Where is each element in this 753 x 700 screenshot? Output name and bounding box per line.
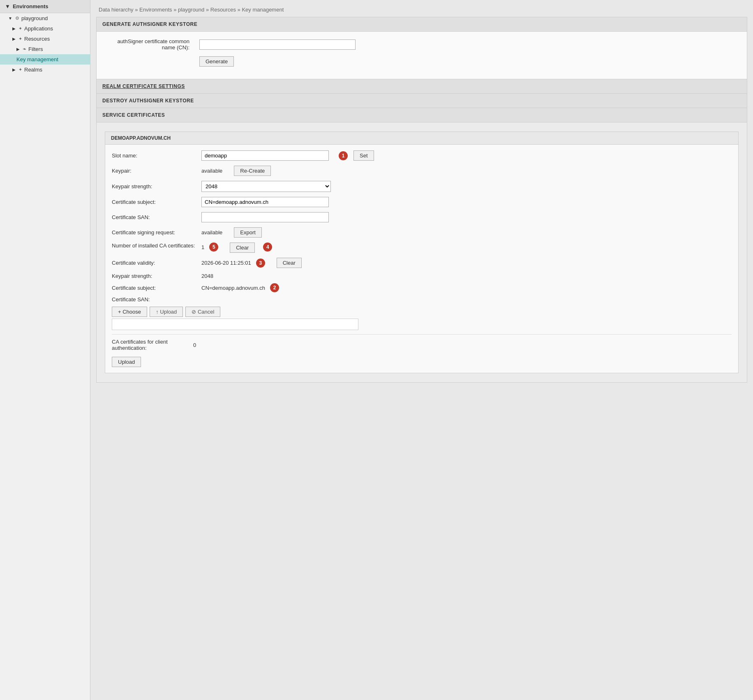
realms-expand-icon: ▶: [12, 67, 16, 72]
export-button[interactable]: Export: [234, 227, 262, 238]
clear-buttons-group: Clear: [230, 243, 255, 253]
generate-authsigner-title: GENERATE AUTHSIGNER KEYSTORE: [102, 21, 197, 27]
breadcrumb-part2[interactable]: Environments: [139, 7, 172, 13]
filters-icon: ❧: [23, 46, 26, 52]
cert-subject-input[interactable]: [201, 197, 329, 207]
cert-validity-row: Certificate validity: 2026-06-20 11:25:0…: [112, 258, 732, 268]
service-certs-body: DEMOAPP.ADNOVUM.CH Slot name: 1 Set: [97, 122, 747, 382]
cert-subject-label: Certificate subject:: [112, 199, 198, 205]
service-certs-section-header[interactable]: SERVICE CERTIFICATES: [97, 108, 747, 122]
breadcrumb-part3[interactable]: playground: [178, 7, 204, 13]
destroy-authsigner-section-header[interactable]: DESTROY AUTHSIGNER KEYSTORE: [97, 94, 747, 108]
keypair-strength-select[interactable]: 2048 4096: [201, 181, 331, 192]
cert-validity-value-wrapper: 2026-06-20 11:25:01 3: [201, 259, 265, 268]
keypair-strength2-value: 2048: [201, 273, 213, 279]
num-ca-value-wrapper: 1 5: [201, 243, 218, 252]
sidebar-item-filters[interactable]: ▶ ❧ Filters: [0, 44, 90, 54]
slot-name-input[interactable]: [201, 150, 329, 161]
realm-cert-section-header[interactable]: REALM CERTIFICATE SETTINGS: [97, 79, 747, 94]
resources-expand-icon: ▶: [12, 37, 16, 41]
cn-label: authSigner certificate common name (CN):: [105, 38, 195, 51]
cn-input[interactable]: [199, 39, 356, 50]
slot-name-row: Slot name: 1 Set: [112, 150, 732, 161]
cert-subject-row: Certificate subject:: [112, 197, 732, 207]
sidebar-title: Environments: [13, 3, 49, 9]
cert-signing-label: Certificate signing request:: [112, 229, 198, 236]
keypair-strength-row: Keypair strength: 2048 4096: [112, 181, 732, 192]
playground-expand-icon: ▼: [8, 16, 12, 21]
sidebar-item-label: Applications: [24, 25, 53, 32]
generate-authsigner-section-header[interactable]: GENERATE AUTHSIGNER KEYSTORE: [97, 17, 747, 32]
playground-icon: ⚙: [15, 16, 19, 21]
cert-subject-input-wrapper: [201, 197, 333, 207]
service-certs-title: SERVICE CERTIFICATES: [102, 112, 165, 118]
cert-san-input[interactable]: [201, 212, 329, 222]
breadcrumb-sep1: »: [135, 7, 139, 13]
breadcrumb-part4[interactable]: Resources: [210, 7, 236, 13]
set-button[interactable]: Set: [353, 150, 374, 161]
badge-5: 5: [209, 243, 218, 252]
separator-1: [112, 334, 732, 335]
slot-name-label: Slot name:: [112, 152, 198, 159]
num-ca-value: 1: [201, 244, 204, 250]
sidebar-item-key-management[interactable]: Key management: [0, 54, 90, 65]
cert-signing-value: available: [201, 229, 222, 236]
cert-subject2-value: CN=demoapp.adnovum.ch: [201, 285, 265, 291]
keypair-label: Keypair:: [112, 168, 198, 174]
sidebar-item-label: Filters: [28, 46, 43, 52]
cert-signing-row: Certificate signing request: available E…: [112, 227, 732, 238]
badge4-wrapper: 4: [261, 243, 272, 252]
demoapp-title: DEMOAPP.ADNOVUM.CH: [111, 135, 171, 141]
sidebar-item-applications[interactable]: ▶ ✦ Applications: [0, 23, 90, 34]
realm-cert-title: REALM CERTIFICATE SETTINGS: [102, 83, 185, 89]
sidebar: ▼ Environments ▼ ⚙ playground ▶ ✦ Applic…: [0, 0, 90, 700]
demoapp-section: DEMOAPP.ADNOVUM.CH Slot name: 1 Set: [105, 132, 739, 373]
cert-san2-row: Certificate SAN:: [112, 296, 732, 303]
sidebar-header: ▼ Environments: [0, 0, 90, 13]
upload-btn-wrapper: Upload: [112, 357, 732, 367]
recreate-button[interactable]: Re-Create: [234, 166, 271, 176]
sidebar-item-realms[interactable]: ▶ ✦ Realms: [0, 65, 90, 75]
content-area: GENERATE AUTHSIGNER KEYSTORE authSigner …: [96, 17, 747, 383]
sidebar-item-resources[interactable]: ▶ ✦ Resources: [0, 34, 90, 44]
sidebar-item-playground[interactable]: ▼ ⚙ playground: [0, 13, 90, 23]
num-ca-row: Number of installed CA certificates: 1 5…: [112, 243, 732, 253]
sidebar-item-label: Realms: [24, 67, 42, 73]
badge-4: 4: [263, 243, 272, 252]
clear-button-1[interactable]: Clear: [230, 243, 255, 253]
breadcrumb-part1[interactable]: Data hierarchy: [99, 7, 134, 13]
keypair-strength-label: Keypair strength:: [112, 183, 198, 189]
ca-client-value: 0: [193, 342, 196, 348]
badge-2: 2: [270, 283, 279, 292]
badge-1: 1: [339, 151, 348, 160]
cert-san-input-wrapper: [201, 212, 333, 222]
environments-expand-icon[interactable]: ▼: [5, 3, 10, 9]
generate-button[interactable]: Generate: [199, 56, 234, 67]
cancel-small-button[interactable]: ⊘ Cancel: [185, 307, 220, 317]
cert-subject2-value-wrapper: CN=demoapp.adnovum.ch 2: [201, 283, 279, 292]
cert-validity-value: 2026-06-20 11:25:01: [201, 260, 251, 266]
upload-small-button[interactable]: ↑ Upload: [150, 307, 183, 317]
breadcrumb: Data hierarchy » Environments » playgrou…: [95, 4, 749, 17]
keypair-value: available: [201, 168, 222, 174]
keypair-row: Keypair: available Re-Create: [112, 166, 732, 176]
demoapp-section-header: DEMOAPP.ADNOVUM.CH: [105, 132, 738, 145]
keypair-strength2-label: Keypair strength:: [112, 273, 198, 279]
filters-expand-icon: ▶: [16, 47, 20, 51]
cert-subject2-label: Certificate subject:: [112, 285, 198, 291]
destroy-authsigner-title: DESTROY AUTHSIGNER KEYSTORE: [102, 98, 194, 104]
keypair-strength-select-wrapper: 2048 4096: [201, 181, 333, 192]
num-ca-label: Number of installed CA certificates:: [112, 243, 198, 249]
upload-button[interactable]: Upload: [112, 357, 141, 367]
choose-button[interactable]: + Choose: [112, 307, 147, 317]
cert-validity-label: Certificate validity:: [112, 260, 198, 266]
sidebar-item-label: Key management: [16, 56, 58, 62]
cert-san-label: Certificate SAN:: [112, 214, 198, 220]
clear-button-2[interactable]: Clear: [277, 258, 302, 268]
cn-form-row: authSigner certificate common name (CN):: [105, 38, 739, 51]
keypair-strength2-row: Keypair strength: 2048: [112, 273, 732, 279]
file-upload-box: [112, 319, 358, 330]
badge-3: 3: [256, 259, 265, 268]
ca-client-row: CA certificates for client authenticatio…: [112, 339, 732, 351]
breadcrumb-sep3: »: [206, 7, 210, 13]
